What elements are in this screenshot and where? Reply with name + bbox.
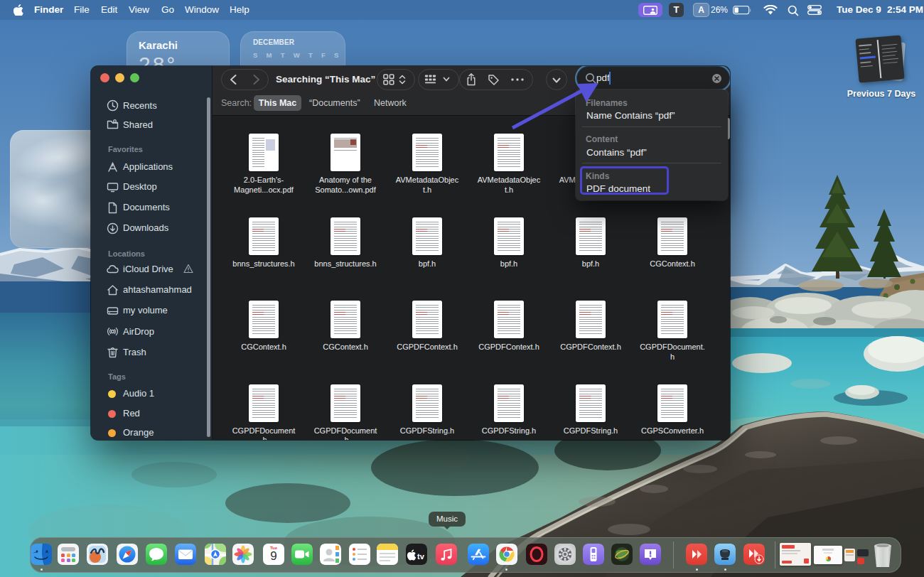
svg-text:tv: tv <box>417 552 425 561</box>
